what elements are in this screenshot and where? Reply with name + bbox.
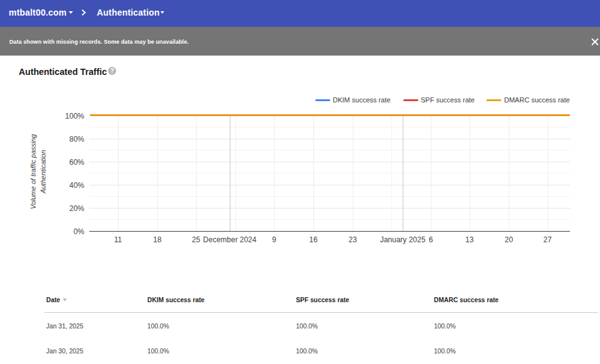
svg-text:?: ?: [110, 67, 114, 74]
